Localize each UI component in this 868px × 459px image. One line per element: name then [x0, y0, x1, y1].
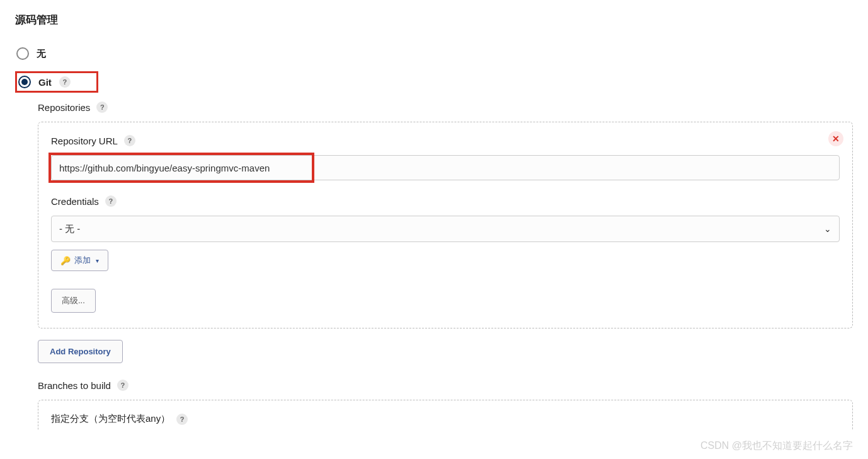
scm-option-git[interactable]: Git ? — [15, 71, 98, 93]
scm-option-git-label: Git — [38, 77, 52, 88]
radio-checked-icon — [18, 76, 31, 88]
branches-label-row: Branches to build ? — [38, 380, 853, 391]
advanced-button[interactable]: 高级... — [51, 289, 96, 313]
close-icon[interactable]: ✕ — [828, 131, 843, 146]
credentials-selected-value: - 无 - — [59, 223, 80, 235]
help-icon[interactable]: ? — [117, 380, 128, 391]
help-icon[interactable]: ? — [105, 195, 117, 207]
branch-entry: 指定分支（为空时代表any） ? — [38, 400, 853, 430]
repo-url-label-row: Repository URL ? — [51, 135, 840, 146]
radio-unchecked-icon — [16, 47, 29, 60]
repository-entry: ✕ Repository URL ? Credentials ? - 无 - ⌄… — [38, 122, 853, 328]
chevron-down-icon: ⌄ — [824, 224, 831, 234]
repositories-label: Repositories — [38, 102, 90, 113]
caret-down-icon: ▾ — [96, 257, 99, 264]
credentials-label-row: Credentials ? — [51, 195, 840, 207]
add-credentials-label: 添加 — [74, 255, 91, 266]
key-icon: 🔑 — [60, 256, 71, 265]
add-repository-label: Add Repository — [50, 347, 111, 356]
repo-url-input[interactable] — [51, 155, 840, 180]
repo-url-label: Repository URL — [51, 136, 118, 146]
add-repository-button[interactable]: Add Repository — [38, 340, 123, 363]
branches-label: Branches to build — [38, 380, 111, 391]
help-icon[interactable]: ? — [176, 414, 188, 425]
help-icon[interactable]: ? — [124, 135, 135, 146]
credentials-label: Credentials — [51, 196, 99, 207]
repositories-label-row: Repositories ? — [38, 102, 853, 113]
watermark: CSDN @我也不知道要起什么名字 — [700, 439, 853, 443]
add-credentials-button[interactable]: 🔑 添加 ▾ — [51, 250, 108, 271]
scm-option-none[interactable]: 无 — [15, 45, 853, 62]
section-title: 源码管理 — [15, 13, 853, 27]
help-icon[interactable]: ? — [96, 102, 108, 113]
scm-option-none-label: 无 — [37, 48, 46, 60]
branch-specifier-label: 指定分支（为空时代表any） — [51, 413, 170, 425]
branch-specifier-label-row: 指定分支（为空时代表any） ? — [51, 413, 840, 425]
repositories-section: Repositories ? ✕ Repository URL ? Creden… — [38, 102, 853, 430]
help-icon[interactable]: ? — [59, 76, 71, 88]
repo-url-input-wrap — [51, 155, 840, 180]
credentials-select[interactable]: - 无 - ⌄ — [51, 216, 840, 242]
advanced-button-label: 高级... — [62, 295, 85, 306]
